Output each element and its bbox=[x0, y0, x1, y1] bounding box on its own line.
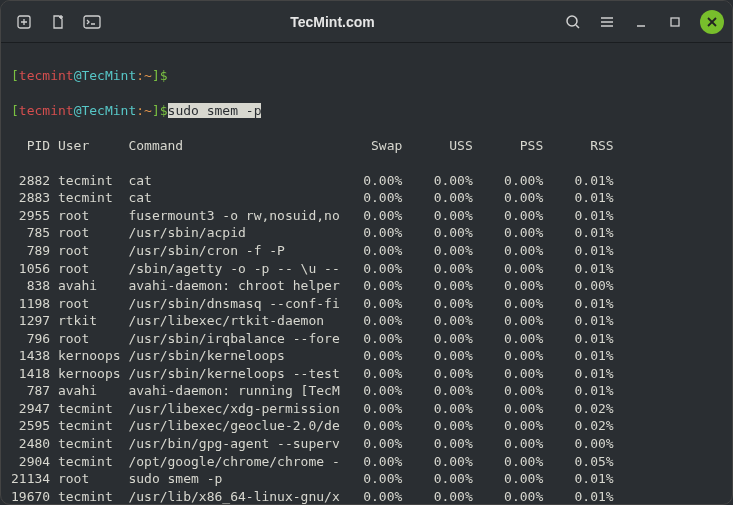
prompt-end: $ bbox=[160, 103, 168, 118]
maximize-button[interactable] bbox=[660, 7, 690, 37]
table-row: 789 root /usr/sbin/cron -f -P 0.00% 0.00… bbox=[11, 242, 722, 260]
table-row: 2480 tecmint /usr/bin/gpg-agent --superv… bbox=[11, 435, 722, 453]
minimize-button[interactable] bbox=[626, 7, 656, 37]
titlebar-left bbox=[9, 7, 107, 37]
terminal-icon bbox=[83, 15, 101, 29]
prompt-end: $ bbox=[160, 68, 168, 83]
maximize-icon bbox=[669, 16, 681, 28]
minimize-icon bbox=[634, 15, 648, 29]
table-row: 796 root /usr/sbin/irqbalance --fore 0.0… bbox=[11, 330, 722, 348]
titlebar-right bbox=[558, 7, 724, 37]
search-icon bbox=[565, 14, 581, 30]
terminal-button[interactable] bbox=[77, 7, 107, 37]
hamburger-icon bbox=[599, 14, 615, 30]
svg-line-8 bbox=[576, 25, 579, 28]
table-row: 2595 tecmint /usr/libexec/geoclue-2.0/de… bbox=[11, 417, 722, 435]
table-row: 1056 root /sbin/agetty -o -p -- \u -- 0.… bbox=[11, 260, 722, 278]
prompt-line: [tecmint@TecMint:~]$sudo smem -p bbox=[11, 102, 722, 120]
table-row: 21134 root sudo smem -p 0.00% 0.00% 0.00… bbox=[11, 470, 722, 488]
menu-button[interactable] bbox=[592, 7, 622, 37]
table-row: 787 avahi avahi-daemon: running [TecM 0.… bbox=[11, 382, 722, 400]
table-row: 1418 kernoops /usr/sbin/kerneloops --tes… bbox=[11, 365, 722, 383]
bracket-open: [ bbox=[11, 68, 19, 83]
titlebar: TecMint.com bbox=[1, 1, 732, 43]
table-row: 2904 tecmint /opt/google/chrome/chrome -… bbox=[11, 453, 722, 471]
bracket-close: ] bbox=[152, 103, 160, 118]
close-icon bbox=[707, 17, 717, 27]
new-window-button[interactable] bbox=[43, 7, 73, 37]
terminal-output[interactable]: [tecmint@TecMint:~]$ [tecmint@TecMint:~]… bbox=[1, 43, 732, 505]
prompt-user: tecmint bbox=[19, 103, 74, 118]
new-tab-button[interactable] bbox=[9, 7, 39, 37]
close-button[interactable] bbox=[700, 10, 724, 34]
bracket-close: ] bbox=[152, 68, 160, 83]
table-row: 785 root /usr/sbin/acpid 0.00% 0.00% 0.0… bbox=[11, 224, 722, 242]
table-row: 1438 kernoops /usr/sbin/kerneloops 0.00%… bbox=[11, 347, 722, 365]
prompt-host: TecMint bbox=[81, 103, 136, 118]
table-row: 19670 tecmint /usr/lib/x86_64-linux-gnu/… bbox=[11, 488, 722, 505]
table-row: 2883 tecmint cat 0.00% 0.00% 0.00% 0.01% bbox=[11, 189, 722, 207]
table-row: 2947 tecmint /usr/libexec/xdg-permission… bbox=[11, 400, 722, 418]
plus-box-icon bbox=[16, 14, 32, 30]
prompt-host: TecMint bbox=[81, 68, 136, 83]
table-body: 2882 tecmint cat 0.00% 0.00% 0.00% 0.01%… bbox=[11, 172, 722, 505]
bracket-open: [ bbox=[11, 103, 19, 118]
prompt-user: tecmint bbox=[19, 68, 74, 83]
prompt-path: :~ bbox=[136, 103, 152, 118]
command-input: sudo smem -p bbox=[168, 103, 262, 118]
search-button[interactable] bbox=[558, 7, 588, 37]
svg-rect-5 bbox=[84, 16, 100, 28]
prompt-path: :~ bbox=[136, 68, 152, 83]
table-row: 1198 root /usr/sbin/dnsmasq --conf-fi 0.… bbox=[11, 295, 722, 313]
new-file-icon bbox=[50, 14, 66, 30]
table-row: 1297 rtkit /usr/libexec/rtkit-daemon 0.0… bbox=[11, 312, 722, 330]
table-row: 2955 root fusermount3 -o rw,nosuid,no 0.… bbox=[11, 207, 722, 225]
table-header: PID User Command Swap USS PSS RSS bbox=[11, 137, 722, 155]
table-row: 838 avahi avahi-daemon: chroot helper 0.… bbox=[11, 277, 722, 295]
prompt-line: [tecmint@TecMint:~]$ bbox=[11, 67, 722, 85]
svg-point-7 bbox=[567, 16, 577, 26]
table-row: 2882 tecmint cat 0.00% 0.00% 0.00% 0.01% bbox=[11, 172, 722, 190]
window-title: TecMint.com bbox=[113, 14, 552, 30]
svg-rect-13 bbox=[671, 18, 679, 26]
